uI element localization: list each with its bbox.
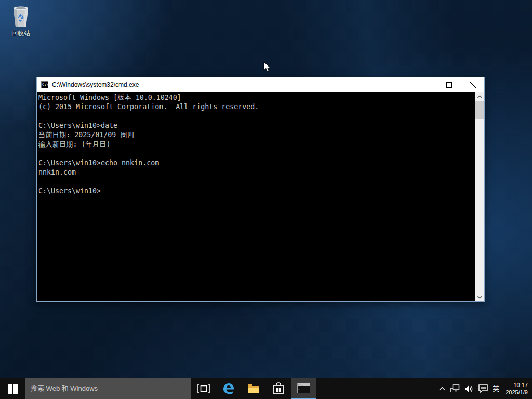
store-icon <box>273 382 284 395</box>
chevron-up-icon <box>439 387 445 391</box>
cmd-taskbar-button[interactable]: C:\_ _ <box>291 378 316 399</box>
system-tray: 英 10:17 2025/1/9 <box>439 378 532 399</box>
language-indicator[interactable]: 英 <box>493 384 499 393</box>
taskbar: 搜索 Web 和 Windows C:\_ <box>0 378 532 399</box>
task-view-icon <box>197 384 210 393</box>
search-placeholder: 搜索 Web 和 Windows <box>31 384 98 393</box>
action-center-icon <box>478 384 488 393</box>
scroll-up-icon <box>477 95 482 98</box>
cmd-taskbar-icon: C:\_ _ <box>297 383 310 393</box>
recycle-bin-glyph <box>10 4 31 28</box>
console-scrollbar[interactable] <box>475 92 484 301</box>
minimize-button[interactable] <box>414 77 437 92</box>
network-tray-button[interactable] <box>450 384 460 393</box>
action-center-button[interactable] <box>478 384 488 393</box>
speaker-icon <box>464 385 474 393</box>
scrollbar-thumb[interactable] <box>475 101 484 119</box>
taskbar-clock[interactable]: 10:17 2025/1/9 <box>506 381 528 396</box>
recycle-bin-icon[interactable]: 回收站 <box>4 4 37 38</box>
network-icon <box>450 384 460 393</box>
maximize-icon <box>446 82 452 88</box>
scroll-down-button[interactable] <box>475 292 484 301</box>
minimize-icon <box>423 82 429 88</box>
close-icon <box>470 82 476 88</box>
file-explorer-icon <box>248 384 259 393</box>
windows-logo-icon <box>8 384 18 394</box>
scroll-up-button[interactable] <box>475 92 484 101</box>
edge-button[interactable] <box>216 378 241 399</box>
scroll-down-icon <box>477 296 482 299</box>
cmd-titlebar[interactable]: C:\ C:\Windows\system32\cmd.exe <box>37 77 484 92</box>
recycle-bin-label: 回收站 <box>4 29 37 38</box>
start-button[interactable] <box>0 378 25 399</box>
volume-tray-button[interactable] <box>464 385 474 393</box>
maximize-button[interactable] <box>437 77 461 92</box>
task-view-button[interactable] <box>191 378 216 399</box>
console-text: Microsoft Windows [版本 10.0.10240] (c) 20… <box>38 93 475 196</box>
console-cursor: _ <box>101 187 105 195</box>
clock-time: 10:17 <box>506 381 528 389</box>
file-explorer-button[interactable] <box>241 378 266 399</box>
taskbar-search-input[interactable]: 搜索 Web 和 Windows <box>25 378 191 399</box>
desktop: { "desktop": { "recycle_bin_label": "回收站… <box>0 0 532 399</box>
cmd-window-title: C:\Windows\system32\cmd.exe <box>52 81 139 88</box>
store-button[interactable] <box>266 378 291 399</box>
close-button[interactable] <box>461 77 484 92</box>
clock-date: 2025/1/9 <box>506 389 528 396</box>
cmd-window-icon: C:\ <box>41 81 48 88</box>
tray-expand-button[interactable] <box>439 387 445 391</box>
edge-icon <box>222 382 235 395</box>
scrollbar-track[interactable] <box>475 119 484 292</box>
mouse-cursor <box>263 61 272 73</box>
cmd-window: C:\ C:\Windows\system32\cmd.exe Microsof… <box>36 77 485 302</box>
console-output-area[interactable]: Microsoft Windows [版本 10.0.10240] (c) 20… <box>37 92 475 301</box>
